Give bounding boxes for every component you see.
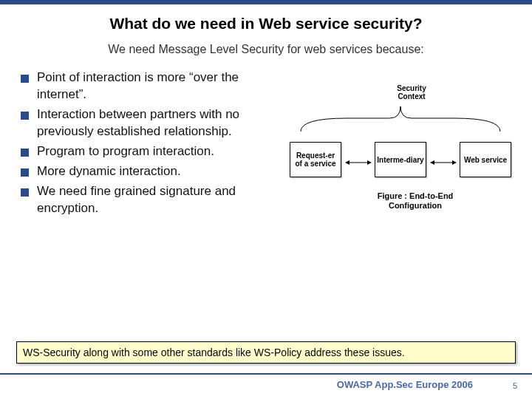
slide-title: What do we need in Web service security? — [0, 15, 532, 33]
svg-marker-1 — [345, 160, 349, 165]
slide-subtitle: We need Message Level Security for web s… — [0, 43, 532, 56]
content-area: Point of interaction is more “over the i… — [0, 56, 532, 232]
diagram-column: Security Context Request-er of a service… — [282, 69, 511, 232]
bullet-item: We need fine grained signature and encry… — [21, 183, 282, 217]
figure-caption: Figure : End-to-End Configuration — [364, 191, 467, 211]
page-number: 5 — [513, 381, 517, 390]
footer-divider — [0, 373, 532, 375]
footer: OWASP App.Sec Europe 2006 — [0, 373, 532, 390]
webservice-box: Web service — [460, 142, 511, 177]
diagram-boxes: Request-er of a service Interme-diary We… — [290, 142, 511, 177]
top-bar — [0, 0, 532, 4]
double-arrow-icon — [345, 156, 372, 163]
bullet-item: Interaction between partners with no pre… — [21, 106, 282, 140]
footer-text: OWASP App.Sec Europe 2006 — [0, 379, 532, 390]
svg-marker-5 — [452, 160, 457, 165]
bullet-item: Program to program interaction. — [21, 143, 282, 160]
requester-box: Request-er of a service — [290, 142, 341, 177]
diagram: Security Context Request-er of a service… — [290, 84, 511, 232]
double-arrow-icon — [430, 156, 457, 163]
security-context-label: Security Context — [389, 84, 434, 100]
svg-marker-4 — [430, 160, 434, 165]
bullet-column: Point of interaction is more “over the i… — [21, 69, 282, 232]
bullet-item: Point of interaction is more “over the i… — [21, 69, 282, 103]
intermediary-box: Interme-diary — [375, 142, 426, 177]
callout-box: WS-Security along with some other standa… — [16, 341, 516, 364]
brace-icon — [293, 103, 508, 133]
svg-marker-2 — [367, 160, 372, 165]
bullet-list: Point of interaction is more “over the i… — [21, 69, 282, 217]
bullet-item: More dynamic interaction. — [21, 163, 282, 180]
